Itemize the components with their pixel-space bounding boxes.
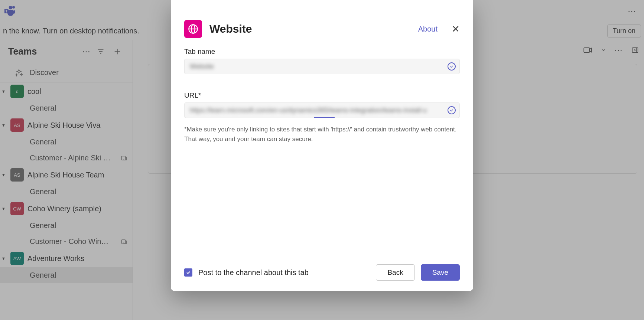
tab-name-value: Website — [190, 63, 214, 71]
back-button[interactable]: Back — [376, 264, 414, 281]
modal-overlay[interactable]: Website About ✕ Tab name Website URL* ht… — [0, 0, 644, 320]
tab-name-input[interactable]: Website — [184, 59, 460, 74]
check-circle-icon — [448, 62, 456, 71]
check-circle-icon — [448, 106, 456, 114]
modal-title: Website — [209, 23, 252, 35]
post-checkbox[interactable] — [184, 268, 192, 277]
save-button[interactable]: Save — [421, 264, 460, 281]
website-tab-modal: Website About ✕ Tab name Website URL* ht… — [171, 0, 473, 291]
about-link[interactable]: About — [418, 25, 438, 33]
url-input[interactable]: https://learn.microsoft.com/en-us/dynami… — [184, 102, 460, 118]
website-app-icon — [184, 20, 202, 38]
close-icon[interactable]: ✕ — [452, 23, 460, 35]
focus-underline — [314, 117, 335, 118]
url-value: https://learn.microsoft.com/en-us/dynami… — [190, 107, 427, 114]
url-helper-text: *Make sure you're only linking to sites … — [184, 125, 460, 144]
url-label: URL* — [184, 91, 460, 99]
tab-name-label: Tab name — [184, 48, 460, 56]
post-checkbox-label: Post to the channel about this tab — [198, 268, 309, 277]
